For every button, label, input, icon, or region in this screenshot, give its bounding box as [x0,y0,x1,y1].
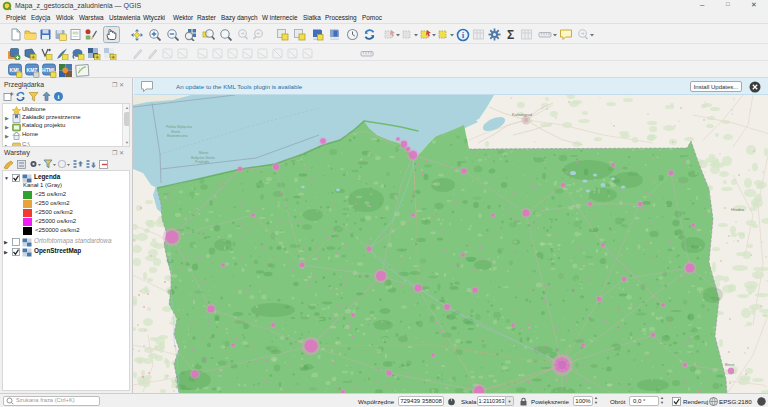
svg-text:KMZ: KMZ [27,67,38,73]
svg-text:Strefa: Strefa [171,130,180,134]
svg-text:Kaliningrad: Kaliningrad [512,112,532,117]
svg-text:Morze: Morze [199,151,209,155]
svg-text:KML: KML [10,67,21,73]
svg-text:HTML: HTML [42,67,56,73]
svg-text:Polska Wyłączna: Polska Wyłączna [166,125,192,129]
svg-text:Brest: Brest [725,362,735,367]
svg-text:Bałtyckie Strefa: Bałtyckie Strefa [191,156,215,160]
svg-text:Σ: Σ [507,28,514,41]
svg-text:Ekonomiczna: Ekonomiczna [167,134,187,138]
svg-text:i: i [58,93,60,101]
svg-text:Hrodna: Hrodna [731,207,745,212]
svg-text:Przyległa: Przyległa [195,160,209,164]
